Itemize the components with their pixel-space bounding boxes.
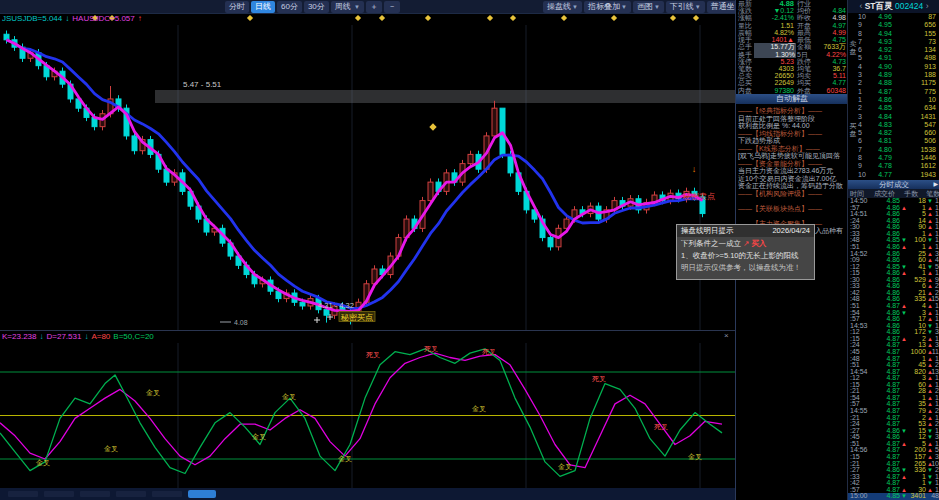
interp-text	[736, 212, 848, 220]
interp-heading: ——【经典指标分析】——	[736, 107, 848, 115]
trade-list-rows: 14:504.8518▼1:574.86▲1▲114:514.865▲1:244…	[848, 198, 939, 500]
bottom-bar-button[interactable]	[188, 490, 216, 498]
sub-indicator-readout: K=23.238↓D=27.531↓A=80B=50,C=20	[2, 332, 157, 341]
bottom-bar-item[interactable]	[80, 491, 110, 497]
order-book-row[interactable]: 64.81506	[848, 137, 939, 145]
chevron-down-icon: ▼	[354, 4, 360, 10]
order-book-row[interactable]: 104.9687	[848, 13, 939, 21]
prev-stock-icon[interactable]: ‹	[859, 1, 862, 11]
interp-text: [双飞乌鸦]走势疲软可能见顶回落	[736, 152, 848, 160]
buy-action-label: 买入	[751, 239, 766, 248]
close-icon[interactable]: ×	[724, 331, 729, 340]
interp-text: 近10个交易日内资金流出7.00亿	[736, 175, 848, 183]
popup-condition-header: 下列条件之一成立↗买入	[677, 237, 814, 249]
popup-title-bar: 操盘线明日提示 2026/04/24	[677, 225, 814, 237]
indicator-token: ↓	[84, 332, 88, 341]
interp-text: 资金正在持续流出，筹码趋于分散	[736, 182, 848, 190]
period-tab-1[interactable]: 日线	[251, 1, 275, 13]
order-book-row[interactable]: 44.90913	[848, 63, 939, 71]
order-book-row[interactable]: 94.781612	[848, 162, 939, 170]
quote-row: 量比 1.51 开盘 4.97	[736, 22, 848, 29]
indicator-token: ↓	[65, 14, 69, 23]
svg-text:4.08: 4.08	[234, 319, 248, 326]
menu-3[interactable]: 下引线▼	[666, 1, 705, 13]
svg-text:死叉: 死叉	[366, 351, 380, 359]
order-book-row[interactable]: 54.82660	[848, 129, 939, 137]
order-book-row[interactable]: 84.791446	[848, 154, 939, 162]
chevron-down-icon: ▼	[654, 4, 660, 10]
order-book-row[interactable]: 104.771943	[848, 171, 939, 179]
svg-text:秘密卖点: 秘密卖点	[682, 192, 715, 201]
svg-text:金叉: 金叉	[282, 393, 296, 401]
zoom-in-button[interactable]: ＋	[366, 1, 382, 13]
indicator-token: JSUSJDB=5.044	[2, 14, 62, 23]
bottom-bar-item[interactable]	[44, 491, 74, 497]
order-book-row[interactable]: 14.8610	[848, 96, 939, 104]
svg-text:金叉: 金叉	[252, 433, 266, 441]
quote-row: 内盘 97380 外盘 60348	[736, 87, 848, 94]
chevron-down-icon: ▼	[572, 4, 578, 10]
main-indicator-readout: JSUSJDB=5.044↓HAUSJDC=5.057↑	[2, 14, 145, 23]
order-book-row[interactable]: 34.841431	[848, 113, 939, 121]
quote-row: 笔数 4303 均笔 36.7	[736, 65, 848, 72]
signal-popup[interactable]: 操盘线明日提示 2026/04/24 下列条件之一成立↗买入 1、收盘价>=5.…	[676, 224, 815, 280]
bottom-bar-item[interactable]	[8, 491, 38, 497]
trading-app-window: 分时日线60分30分周线 ▼＋－ 操盘线▼指标叠加▼画图▼下引线▼普通坐标▼叠加…	[0, 0, 939, 500]
bottom-bar-item[interactable]	[116, 491, 146, 497]
quote-row: 涨停 5.23 跌停 4.73	[736, 58, 848, 65]
menu-1[interactable]: 指标叠加▼	[584, 1, 631, 13]
svg-text:5.47 - 5.51: 5.47 - 5.51	[183, 80, 222, 89]
quote-row: 总卖 26650 均卖 5.11	[736, 72, 848, 79]
interp-heading: ——【机构风险评级】——	[736, 190, 848, 198]
popup-condition-text: 1、收盘价>=5.10的无长上影的阳线	[677, 249, 814, 261]
period-tab-3[interactable]: 30分	[304, 1, 329, 13]
main-candlestick-chart[interactable]: ↓5.47 - 5.514.31 - 4.324.08秘密买点秘密卖点	[0, 13, 735, 330]
order-book-row[interactable]: 74.9373	[848, 38, 939, 46]
popup-title: 操盘线明日提示	[681, 226, 734, 235]
indicator-token: D=27.531	[46, 332, 81, 341]
next-stock-icon[interactable]: ›	[926, 1, 929, 11]
svg-text:↓: ↓	[692, 164, 697, 174]
bottom-bar-item[interactable]	[152, 491, 182, 497]
menu-0[interactable]: 操盘线▼	[543, 1, 582, 13]
order-book-row[interactable]: 74.801538	[848, 146, 939, 154]
svg-text:金叉: 金叉	[558, 463, 572, 471]
indicator-token: A=80	[91, 332, 110, 341]
order-book-row[interactable]: 54.91498	[848, 54, 939, 62]
order-book-row[interactable]: 24.85634	[848, 104, 939, 112]
order-book-row[interactable]: 94.95656	[848, 21, 939, 29]
oscillator-canvas[interactable]: 金叉金叉金叉金叉金叉金叉金叉金叉金叉死叉死叉死叉死叉死叉	[0, 331, 735, 489]
order-book-row[interactable]: 34.89188	[848, 71, 939, 79]
quote-row: 换手 1.30% 5日 4.22%	[736, 51, 848, 58]
order-book-row[interactable]: 24.881175	[848, 79, 939, 87]
popup-date: 2026/04/24	[772, 225, 810, 237]
menu-2[interactable]: 画图▼	[633, 1, 664, 13]
indicator-token: ↑	[138, 14, 142, 23]
svg-text:金叉: 金叉	[338, 455, 352, 463]
up-arrow-icon: ↗	[743, 239, 749, 248]
trade-list-panel: 分时成交 ▶ 时间成交价手数笔数 14:504.8518▼1:574.86▲1▲…	[847, 180, 939, 500]
period-tab-0[interactable]: 分时	[225, 1, 249, 13]
svg-text:金叉: 金叉	[688, 453, 702, 461]
order-book-row[interactable]: 64.92134	[848, 46, 939, 54]
interp-text: 目前正处于回落整理阶段	[736, 115, 848, 123]
interp-text: 下跌趋势形成	[736, 137, 848, 145]
popup-line1: 下列条件之一成立	[681, 239, 741, 248]
order-book-header: ‹ ST百灵 002424 ›	[848, 0, 939, 13]
trade-row: 15:004.85▼340148	[848, 493, 939, 500]
order-book-row[interactable]: 84.94155	[848, 30, 939, 38]
period-tab-4[interactable]: 周线 ▼	[331, 1, 364, 13]
svg-text:金叉: 金叉	[36, 459, 50, 467]
order-book-row[interactable]: 44.83547	[848, 121, 939, 129]
expand-icon[interactable]: ▶	[933, 180, 938, 189]
auto-interpret-lines: ——【经典指标分析】——目前正处于回落整理阶段获利盘比例是 %: 44.00——…	[736, 104, 848, 235]
period-tab-2[interactable]: 60分	[277, 1, 302, 13]
chevron-down-icon: ▼	[621, 4, 627, 10]
stock-name: ST百灵	[865, 1, 893, 11]
popup-disclaimer: 明日提示仅供参考，以操盘线为准！	[677, 261, 814, 273]
order-book-row[interactable]: 14.87775	[848, 88, 939, 96]
quote-row: 最新 4.88 行业	[736, 0, 848, 7]
zoom-out-button[interactable]: －	[384, 1, 400, 13]
oscillator-chart[interactable]: 金叉金叉金叉金叉金叉金叉金叉金叉金叉死叉死叉死叉死叉死叉	[0, 330, 735, 489]
candlestick-canvas[interactable]: ↓5.47 - 5.514.31 - 4.324.08秘密买点秘密卖点	[0, 13, 735, 330]
